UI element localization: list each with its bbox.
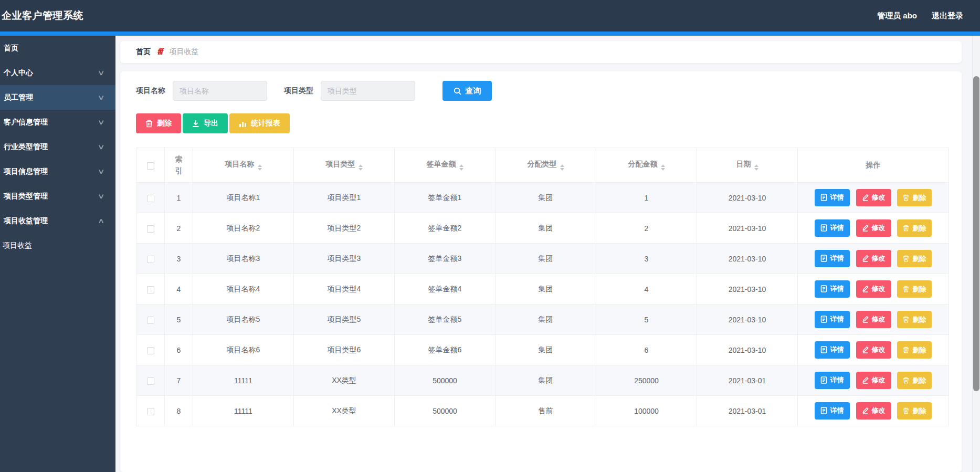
row-checkbox[interactable] <box>147 195 154 202</box>
delete-button[interactable]: 删除 <box>897 402 932 419</box>
edit-button[interactable]: 修改 <box>856 189 891 206</box>
cell-alloc-amount: 4 <box>596 274 697 305</box>
column-header-type: 项目类型 <box>294 148 395 183</box>
sidebar-item[interactable]: 项目收益管理 ∧ <box>0 208 115 233</box>
document-icon <box>820 255 827 262</box>
sidebar-item-label: 项目收益 <box>3 241 32 250</box>
sidebar-item[interactable]: 首页 <box>0 36 115 60</box>
app-window: 企业客户管理系统 管理员 abo 退出登录 首页 个人中心 ∨ 员工管理 ∨ <box>0 0 980 472</box>
cell-actions: 详情 修改 删除 <box>798 274 949 305</box>
query-button[interactable]: 查询 <box>442 81 492 101</box>
detail-button[interactable]: 详情 <box>815 250 850 267</box>
edit-button[interactable]: 修改 <box>856 402 891 419</box>
detail-button[interactable]: 详情 <box>815 189 850 206</box>
project-type-input[interactable] <box>321 81 415 101</box>
sidebar-item[interactable]: 员工管理 ∨ <box>0 85 115 110</box>
projects-table: 索引 项目名称 项目类型 签单金额 分配类型 分配金额 日期 操作 <box>136 148 949 426</box>
sidebar-item-label: 项目信息管理 <box>4 167 48 176</box>
edit-button[interactable]: 修改 <box>856 311 891 328</box>
row-checkbox[interactable] <box>147 317 154 324</box>
delete-button[interactable]: 删除 <box>897 189 932 206</box>
cell-name: 项目名称6 <box>193 335 294 365</box>
trash-icon <box>903 225 909 232</box>
report-button[interactable]: 统计报表 <box>229 113 290 133</box>
sort-icon[interactable] <box>661 164 665 171</box>
chevron-icon: ∨ <box>98 192 105 200</box>
cell-sign-amount: 签单金额4 <box>395 274 496 305</box>
row-checkbox[interactable] <box>147 225 154 233</box>
table-row: 2 项目名称2 项目类型2 签单金额2 集团 2 2021-03-10 详情 <box>136 213 949 244</box>
bulk-delete-button[interactable]: 删除 <box>136 113 181 133</box>
delete-button[interactable]: 删除 <box>897 250 932 267</box>
chevron-icon: ∨ <box>98 167 105 175</box>
cell-actions: 详情 修改 删除 <box>798 335 949 365</box>
sidebar-item-label: 项目类型管理 <box>4 192 48 201</box>
edit-button[interactable]: 修改 <box>856 280 891 298</box>
project-name-input[interactable] <box>173 81 267 101</box>
project-name-label: 项目名称 <box>136 86 165 96</box>
export-button[interactable]: 导出 <box>183 113 228 133</box>
scrollbar-thumb[interactable] <box>973 76 979 391</box>
cell-type: XX类型 <box>294 396 395 426</box>
column-header-alloc-type: 分配类型 <box>496 148 596 183</box>
cell-index: 5 <box>165 305 193 335</box>
cell-alloc-amount: 1 <box>596 183 697 213</box>
sort-icon[interactable] <box>359 164 363 171</box>
document-icon <box>820 194 827 201</box>
detail-button[interactable]: 详情 <box>815 402 850 419</box>
delete-button[interactable]: 删除 <box>897 219 932 237</box>
cell-date: 2021-03-01 <box>697 396 798 426</box>
cell-alloc-type: 集团 <box>496 244 596 274</box>
cell-date: 2021-03-10 <box>697 244 798 274</box>
sidebar-item[interactable]: 项目收益 <box>0 233 115 258</box>
sidebar-item[interactable]: 项目信息管理 ∨ <box>0 159 115 184</box>
detail-button[interactable]: 详情 <box>815 341 850 359</box>
project-type-label: 项目类型 <box>284 86 313 96</box>
delete-button[interactable]: 删除 <box>897 372 932 389</box>
cell-name: 11111 <box>193 396 294 426</box>
vertical-scrollbar[interactable] <box>972 36 980 472</box>
detail-button[interactable]: 详情 <box>815 219 850 237</box>
delete-button[interactable]: 删除 <box>897 280 932 298</box>
sidebar-item[interactable]: 行业类型管理 ∨ <box>0 134 115 159</box>
sidebar-item[interactable]: 个人中心 ∨ <box>0 60 115 85</box>
row-checkbox[interactable] <box>147 377 154 385</box>
cell-sign-amount: 签单金额5 <box>395 305 496 335</box>
select-all-checkbox[interactable] <box>147 162 154 170</box>
detail-button[interactable]: 详情 <box>815 372 850 389</box>
sidebar-item[interactable]: 客户信息管理 ∨ <box>0 110 115 134</box>
document-icon <box>820 376 827 384</box>
row-checkbox[interactable] <box>147 256 154 263</box>
current-user-label[interactable]: 管理员 abo <box>877 11 917 21</box>
delete-button[interactable]: 删除 <box>897 341 932 359</box>
detail-button[interactable]: 详情 <box>815 311 850 328</box>
row-checkbox[interactable] <box>147 347 154 354</box>
breadcrumb-home-link[interactable]: 首页 <box>136 47 151 57</box>
cell-name: 项目名称4 <box>193 274 294 305</box>
sort-icon[interactable] <box>258 164 262 171</box>
cell-alloc-type: 集团 <box>496 335 596 365</box>
column-header-name: 项目名称 <box>193 148 294 183</box>
table-row: 5 项目名称5 项目类型5 签单金额5 集团 5 2021-03-10 详情 <box>136 305 949 335</box>
sort-icon[interactable] <box>754 164 758 171</box>
cell-alloc-type: 集团 <box>496 305 596 335</box>
cell-actions: 详情 修改 删除 <box>798 396 949 426</box>
row-checkbox[interactable] <box>147 286 154 293</box>
edit-button[interactable]: 修改 <box>856 341 891 359</box>
sidebar-item[interactable]: 项目类型管理 ∨ <box>0 184 115 208</box>
row-checkbox[interactable] <box>147 408 154 415</box>
detail-button[interactable]: 详情 <box>815 280 850 298</box>
delete-button[interactable]: 删除 <box>897 311 932 328</box>
sidebar-nav: 首页 个人中心 ∨ 员工管理 ∨ 客户信息管理 ∨ 行业类型管理 ∨ <box>0 36 115 472</box>
cell-type: 项目类型6 <box>294 335 395 365</box>
sort-icon[interactable] <box>459 164 463 171</box>
cell-alloc-type: 集团 <box>496 183 596 213</box>
cell-alloc-amount: 2 <box>596 213 697 244</box>
edit-button[interactable]: 修改 <box>856 372 891 389</box>
document-icon <box>820 224 827 232</box>
edit-button[interactable]: 修改 <box>856 250 891 267</box>
edit-button[interactable]: 修改 <box>856 219 891 237</box>
sort-icon[interactable] <box>560 164 564 171</box>
cell-sign-amount: 签单金额2 <box>395 213 496 244</box>
logout-button[interactable]: 退出登录 <box>932 11 963 21</box>
